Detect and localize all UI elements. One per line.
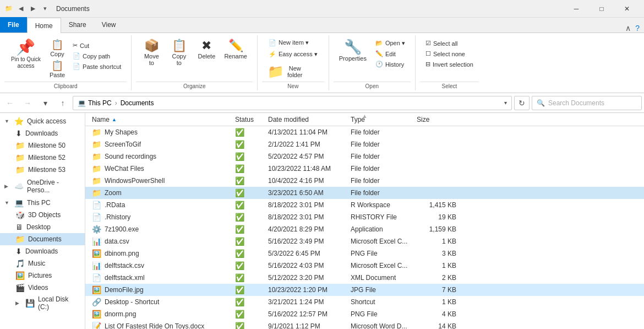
table-row[interactable]: 📊 delftstack.csv ✅ 5/16/2022 4:03 PM Mic… <box>85 260 644 272</box>
recent-btn[interactable]: ▾ <box>37 95 53 111</box>
back-nav-btn[interactable]: ← <box>2 95 18 111</box>
tab-file[interactable]: File <box>0 17 27 33</box>
window-title: Documents <box>56 5 564 13</box>
sidebar-item-pictures[interactable]: 🖼️ Pictures <box>0 269 85 282</box>
col-status-header[interactable]: Status <box>233 116 266 123</box>
paste-shortcut-btn[interactable]: 📄 Paste shortcut <box>69 62 124 71</box>
tab-share[interactable]: Share <box>61 17 94 33</box>
col-size-header[interactable]: Size <box>414 116 459 123</box>
file-status: ✅ <box>233 176 266 185</box>
back-btn[interactable]: ◀ <box>17 4 25 13</box>
help-btn[interactable]: ? <box>635 24 640 33</box>
history-btn[interactable]: 🕐 History <box>372 60 408 69</box>
table-row[interactable]: 📁 Zoom ✅ 3/23/2021 6:50 AM File folder <box>85 187 644 199</box>
file-type-icon: 📁 <box>92 128 101 137</box>
sidebar-item-quick-access[interactable]: ▼ ⭐ Quick access <box>0 115 85 127</box>
table-row[interactable]: 📄 delftstack.xml ✅ 5/12/2022 3:20 PM XML… <box>85 272 644 284</box>
copy-to-btn[interactable]: 📋 Copy to <box>166 37 192 68</box>
properties-btn[interactable]: 🔧 Properties <box>336 37 370 64</box>
status-ok-icon: ✅ <box>235 285 244 294</box>
select-none-btn[interactable]: ☐ Select none <box>422 49 468 58</box>
path-part1: This PC <box>88 99 112 107</box>
table-row[interactable]: 📁 Sound recordings ✅ 5/20/2022 4:57 PM F… <box>85 150 644 163</box>
status-ok-icon: ✅ <box>235 128 244 137</box>
table-row[interactable]: 🔗 Desktop - Shortcut ✅ 3/21/2021 1:24 PM… <box>85 296 644 308</box>
invert-selection-btn[interactable]: ⊟ Invert selection <box>422 60 477 69</box>
file-name-text: data.csv <box>105 238 129 245</box>
file-name-text: dbinom.png <box>105 250 139 257</box>
file-name: 📄 .RData <box>90 201 233 209</box>
refresh-btn[interactable]: ↻ <box>514 96 530 110</box>
copy-path-btn[interactable]: 📄 Copy path <box>69 51 124 61</box>
address-path[interactable]: 💻 This PC › Documents ▾ <box>73 96 512 110</box>
sidebar-item-milestone52[interactable]: 📁 Milestone 52 <box>0 152 85 164</box>
close-btn[interactable]: ✕ <box>614 0 640 18</box>
file-name-text: Desktop - Shortcut <box>105 298 159 306</box>
table-row[interactable]: 📄 .RData ✅ 8/18/2022 3:01 PM R Workspace… <box>85 199 644 211</box>
table-row[interactable]: 📁 WeChat Files ✅ 10/23/2022 11:48 AM Fil… <box>85 163 644 175</box>
file-size: 3 KB <box>414 250 459 257</box>
up-btn[interactable]: ↑ <box>55 95 70 111</box>
delete-btn[interactable]: ✖ Delete <box>193 37 220 62</box>
move-to-btn[interactable]: 📦 Move to <box>138 37 165 68</box>
minimize-btn[interactable]: ─ <box>564 0 589 18</box>
easy-access-btn[interactable]: ⚡ Easy access ▾ <box>264 49 322 60</box>
table-row[interactable]: 📁 WindowsPowerShell ✅ 10/4/2022 4:16 PM … <box>85 175 644 187</box>
dropdown-btn[interactable]: ▾ <box>41 4 50 13</box>
sidebar-item-this-pc[interactable]: ▼ 💻 This PC <box>0 197 85 209</box>
sidebar-item-milestone50[interactable]: 📁 Milestone 50 <box>0 139 85 152</box>
table-row[interactable]: 📁 My Shapes ✅ 4/13/2021 11:04 PM File fo… <box>85 126 644 138</box>
search-box[interactable]: 🔍 Search Documents <box>532 96 642 110</box>
sort-arrow: ▲ <box>112 117 117 122</box>
table-row[interactable]: ⚙️ 7z1900.exe ✅ 4/20/2021 8:29 PM Applic… <box>85 223 644 235</box>
table-row[interactable]: 🖼️ dnorm.png ✅ 5/16/2022 12:57 PM PNG Fi… <box>85 308 644 320</box>
address-dropdown-arrow[interactable]: ▾ <box>504 100 507 106</box>
table-row[interactable]: 🖼️ DemoFile.jpg ✅ 10/23/2022 1:20 PM JPG… <box>85 284 644 296</box>
expand-icon: ▶ <box>15 300 22 306</box>
select-none-icon: ☐ <box>425 50 431 57</box>
sidebar-item-downloads[interactable]: ⬇ Downloads <box>0 127 85 139</box>
edit-btn[interactable]: ✏️ Edit <box>372 49 408 58</box>
status-ok-icon: ✅ <box>235 249 244 258</box>
sidebar-item-onedrive[interactable]: ▶ ☁️ OneDrive - Perso... <box>0 177 85 196</box>
file-name: ⚙️ 7z1900.exe <box>90 225 233 234</box>
file-type-icon: 📄 <box>92 273 101 282</box>
open-btn[interactable]: 📂 Open ▾ <box>372 39 408 48</box>
new-item-btn[interactable]: 📄 New item ▾ <box>264 37 313 48</box>
ribbon-collapse-btn[interactable]: ∧ <box>625 24 631 33</box>
tab-home[interactable]: Home <box>27 18 61 33</box>
table-row[interactable]: 📝 List Of Fastest Ride On Toys.docx ✅ 9/… <box>85 320 644 329</box>
sidebar-item-3d-objects[interactable]: 🎲 3D Objects <box>0 209 85 221</box>
file-type: Microsoft Word D... <box>348 322 414 329</box>
sidebar-item-music[interactable]: 🎵 Music <box>0 257 85 269</box>
paste-btn[interactable]: 📋 Paste <box>46 60 68 79</box>
maximize-btn[interactable]: □ <box>589 0 614 18</box>
pin-quick-access-btn[interactable]: 📌 Pin to Quick access <box>7 37 45 72</box>
file-type-icon: 📁 <box>92 188 101 197</box>
cut-btn[interactable]: ✂ Cut <box>69 41 124 50</box>
sidebar-item-videos[interactable]: 🎬 Videos <box>0 282 85 294</box>
status-ok-icon: ✅ <box>235 201 244 209</box>
select-all-btn[interactable]: ☑ Select all <box>422 39 461 48</box>
copy-btn[interactable]: 📋 Copy <box>46 39 68 58</box>
rename-btn[interactable]: ✏️ Rename <box>221 37 250 62</box>
col-type-header[interactable]: Type <box>348 116 414 123</box>
sidebar-item-local-disk[interactable]: ▶ 💾 Local Disk (C:) <box>0 294 85 312</box>
table-row[interactable]: 🖼️ dbinom.png ✅ 5/3/2022 6:45 PM PNG Fil… <box>85 247 644 260</box>
table-row[interactable]: 📊 data.csv ✅ 5/16/2022 3:49 PM Microsoft… <box>85 235 644 247</box>
tab-view[interactable]: View <box>94 17 124 33</box>
downloads-icon: ⬇ <box>15 247 22 256</box>
forward-btn[interactable]: ▶ <box>29 4 37 13</box>
delete-icon: ✖ <box>201 40 211 52</box>
sidebar-item-downloads-pc[interactable]: ⬇ Downloads <box>0 245 85 257</box>
new-folder-btn[interactable]: 📁 New folder <box>264 63 306 80</box>
file-type: RHISTORY File <box>348 213 414 221</box>
col-name-header[interactable]: Name ▲ <box>90 116 233 123</box>
col-date-header[interactable]: Date modified <box>266 116 348 123</box>
sidebar-item-desktop[interactable]: 🖥 Desktop <box>0 221 85 233</box>
sidebar-item-milestone53[interactable]: 📁 Milestone 53 <box>0 164 85 176</box>
table-row[interactable]: 📁 ScreenToGif ✅ 2/1/2022 1:41 PM File fo… <box>85 138 644 150</box>
table-row[interactable]: 📄 .Rhistory ✅ 8/18/2022 3:01 PM RHISTORY… <box>85 211 644 223</box>
forward-nav-btn[interactable]: → <box>20 95 35 111</box>
sidebar-item-documents[interactable]: 📁 Documents <box>0 233 85 245</box>
